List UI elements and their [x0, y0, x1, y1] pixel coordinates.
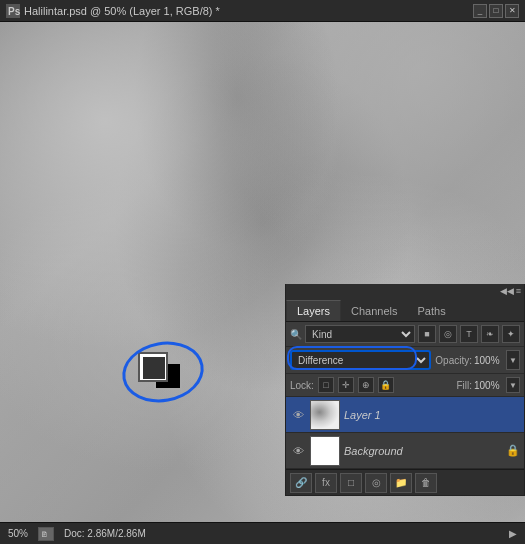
- status-arrow[interactable]: ▶: [509, 528, 517, 539]
- title-bar: Ps Halilintar.psd @ 50% (Layer 1, RGB/8)…: [0, 0, 525, 22]
- foreground-color-swatch[interactable]: [138, 352, 168, 382]
- lock-position-btn[interactable]: ⊕: [358, 377, 374, 393]
- delete-layer-btn[interactable]: 🗑: [415, 473, 437, 493]
- group-layers-btn[interactable]: 📁: [390, 473, 412, 493]
- layer-thumbnail: [310, 436, 340, 466]
- tab-paths[interactable]: Paths: [408, 300, 456, 321]
- opacity-label: Opacity:: [435, 355, 472, 366]
- tab-layers[interactable]: Layers: [286, 300, 341, 321]
- status-bar: 50% 🖹 Doc: 2.86M/2.86M ▶: [0, 522, 525, 544]
- minimize-button[interactable]: _: [473, 4, 487, 18]
- filter-text-btn[interactable]: T: [460, 325, 478, 343]
- layer-row[interactable]: 👁 Background 🔒: [286, 433, 524, 469]
- fill-label: Fill:: [456, 380, 472, 391]
- blend-mode-bar: Difference Normal Multiply Screen Opacit…: [286, 347, 524, 374]
- layer-name: Layer 1: [344, 409, 520, 421]
- layer-lock-icon: 🔒: [506, 444, 520, 457]
- layer-thumbnail: [310, 400, 340, 430]
- panel-collapse-bar[interactable]: ◀◀ ≡: [286, 284, 524, 298]
- panel-collapse-left[interactable]: ◀◀: [500, 286, 514, 296]
- panel-bottom-toolbar: 🔗 fx □ ◎ 📁 🗑: [286, 469, 524, 495]
- fill-value[interactable]: 100%: [474, 380, 504, 391]
- close-button[interactable]: ✕: [505, 4, 519, 18]
- layer-row[interactable]: 👁 Layer 1: [286, 397, 524, 433]
- layer-visibility-toggle[interactable]: 👁: [290, 443, 306, 459]
- lock-pixels-btn[interactable]: ✛: [338, 377, 354, 393]
- lock-all-btn[interactable]: 🔒: [378, 377, 394, 393]
- filter-adjustment-btn[interactable]: ◎: [439, 325, 457, 343]
- layers-list: 👁 Layer 1 👁 Background 🔒: [286, 397, 524, 469]
- app-icon: Ps: [6, 4, 20, 18]
- opacity-group: Opacity: 100% ▼: [435, 350, 520, 370]
- tab-channels[interactable]: Channels: [341, 300, 407, 321]
- layer-mask-btn[interactable]: □: [340, 473, 362, 493]
- opacity-value[interactable]: 100%: [474, 355, 504, 366]
- fg-bg-color-indicator[interactable]: [138, 352, 184, 392]
- fill-group: Fill: 100% ▼: [456, 377, 520, 393]
- lock-transparent-btn[interactable]: □: [318, 377, 334, 393]
- zoom-level[interactable]: 50%: [8, 528, 28, 539]
- panel-tabs[interactable]: Layers Channels Paths: [286, 298, 524, 322]
- search-icon: 🔍: [290, 329, 302, 340]
- filter-shape-btn[interactable]: ❧: [481, 325, 499, 343]
- layer-thumb-preview: [311, 437, 339, 465]
- panel-menu-icon[interactable]: ≡: [516, 286, 521, 296]
- layer-visibility-toggle[interactable]: 👁: [290, 407, 306, 423]
- layer-thumb-preview: [311, 401, 339, 429]
- window-controls[interactable]: _ □ ✕: [473, 4, 519, 18]
- filter-pixel-btn[interactable]: ■: [418, 325, 436, 343]
- filter-kind-select[interactable]: Kind: [305, 325, 415, 343]
- window-title: Halilintar.psd @ 50% (Layer 1, RGB/8) *: [24, 5, 220, 17]
- filter-smart-btn[interactable]: ✦: [502, 325, 520, 343]
- svg-text:🖹: 🖹: [41, 531, 48, 538]
- lock-bar: Lock: □ ✛ ⊕ 🔒 Fill: 100% ▼: [286, 374, 524, 397]
- doc-size-info: Doc: 2.86M/2.86M: [64, 528, 146, 539]
- layer-name: Background: [344, 445, 502, 457]
- maximize-button[interactable]: □: [489, 4, 503, 18]
- link-layers-btn[interactable]: 🔗: [290, 473, 312, 493]
- canvas-area: ◀◀ ≡ Layers Channels Paths 🔍 Kind ■ ◎ T …: [0, 22, 525, 522]
- layers-panel: ◀◀ ≡ Layers Channels Paths 🔍 Kind ■ ◎ T …: [285, 284, 525, 496]
- opacity-dropdown-btn[interactable]: ▼: [506, 350, 520, 370]
- blend-mode-select[interactable]: Difference Normal Multiply Screen: [290, 350, 431, 370]
- lock-label: Lock:: [290, 380, 314, 391]
- adjustment-layer-btn[interactable]: ◎: [365, 473, 387, 493]
- filter-bar: 🔍 Kind ■ ◎ T ❧ ✦: [286, 322, 524, 347]
- fill-dropdown-btn[interactable]: ▼: [506, 377, 520, 393]
- layer-styles-btn[interactable]: fx: [315, 473, 337, 493]
- svg-text:Ps: Ps: [8, 6, 20, 17]
- doc-info-icon: 🖹: [38, 527, 54, 541]
